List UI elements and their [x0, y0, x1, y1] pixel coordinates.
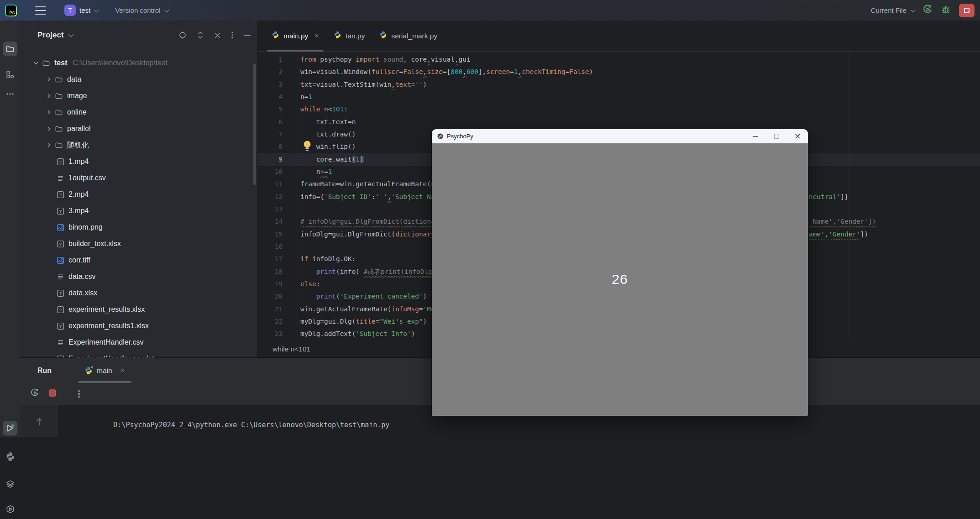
project-panel-title[interactable]: Project [37, 31, 64, 40]
tree-item-file[interactable]: ?experiment_results1.xlsx [20, 318, 257, 334]
line-number[interactable]: 14 [258, 215, 283, 228]
close-icon[interactable]: ✕ [314, 32, 319, 39]
tree-item-file[interactable]: ?ExperimentHandler.psydat [20, 351, 257, 357]
line-number[interactable]: 20 [258, 290, 283, 303]
tab-label: main.py [283, 32, 308, 40]
python-packages-toolwindow-button[interactable] [3, 449, 17, 464]
hide-panel-icon[interactable] [244, 34, 251, 36]
line-number[interactable]: 3 [258, 79, 283, 91]
run-button[interactable] [922, 5, 933, 16]
python-icon [379, 31, 387, 39]
run-tab-main[interactable]: main ✕ [82, 358, 128, 383]
psychopy-window[interactable]: PsychoPy 26 [432, 129, 808, 416]
tree-item-file[interactable]: 1output.csv [20, 170, 257, 186]
tree-item-file[interactable]: ?2.mp4 [20, 186, 257, 203]
run-panel-title: Run [37, 367, 52, 375]
line-number[interactable]: 1 [258, 53, 283, 66]
run-config-selector[interactable]: Current File [871, 6, 914, 14]
expand-all-icon[interactable] [197, 31, 204, 39]
line-number[interactable]: 16 [258, 241, 283, 253]
debug-button[interactable] [941, 5, 951, 16]
close-icon[interactable]: ✕ [120, 367, 125, 374]
line-number[interactable]: 5 [258, 103, 283, 115]
console-gutter [20, 405, 58, 437]
project-toolwindow-button[interactable] [3, 42, 17, 56]
close-button[interactable] [787, 129, 808, 143]
tree-item-file[interactable]: ?data.xlsx [20, 285, 257, 301]
line-number[interactable]: 21 [258, 303, 283, 315]
collapse-all-icon[interactable] [214, 32, 221, 39]
chevron-down-icon [33, 60, 39, 66]
editor-tab-tan.py[interactable]: tan.py [326, 21, 372, 51]
maximize-button[interactable] [766, 129, 787, 143]
tree-item-folder[interactable]: image [20, 88, 257, 104]
tree-item-file[interactable]: ?1.mp4 [20, 153, 257, 170]
python-icon [334, 31, 341, 41]
chevron-right-icon[interactable] [44, 126, 54, 132]
unknown-file-icon: ? [57, 355, 64, 358]
stop-button[interactable] [959, 4, 975, 17]
tree-item-file[interactable]: ExperimentHandler.csv [20, 334, 257, 351]
line-number[interactable]: 4 [258, 91, 283, 103]
line-number[interactable]: 19 [258, 278, 283, 290]
tree-item-file[interactable]: data.csv [20, 268, 257, 285]
tree-item-folder[interactable]: parallel [20, 121, 257, 137]
line-number[interactable]: 13 [258, 203, 283, 215]
python-console-toolwindow-button[interactable] [3, 502, 17, 516]
line-number[interactable]: 23 [258, 328, 283, 340]
services-toolwindow-button[interactable] [3, 477, 17, 491]
line-number[interactable]: 12 [258, 191, 283, 203]
vcs-widget[interactable]: Version control [115, 6, 168, 14]
editor-tab-serial_mark.py[interactable]: serial_mark.py [372, 21, 445, 51]
line-number[interactable]: 17 [258, 253, 283, 265]
line-number[interactable]: 11 [258, 178, 283, 190]
structure-toolwindow-button[interactable] [3, 67, 17, 82]
psychopy-titlebar[interactable]: PsychoPy [432, 129, 808, 143]
chevron-right-icon[interactable] [44, 76, 54, 83]
line-number[interactable]: 22 [258, 315, 283, 328]
line-number-gutter[interactable]: 1234567891011121314151617181920212223242… [258, 53, 298, 341]
tree-item-folder[interactable]: online [20, 104, 257, 121]
tree-item-root[interactable]: testC:\Users\lenovo\Desktop\test [20, 55, 257, 71]
svg-text:?: ? [59, 291, 62, 296]
scroll-to-top-icon[interactable] [35, 417, 43, 427]
svg-text:?: ? [59, 209, 62, 214]
stop-process-button[interactable] [48, 389, 57, 399]
line-number[interactable]: 7 [258, 128, 283, 141]
line-number[interactable]: 24 [258, 341, 283, 341]
project-panel: Project testC:\Users\lenovo\Desktop\test… [20, 21, 258, 357]
main-menu-button[interactable] [35, 6, 46, 15]
tree-item-file[interactable]: ?experiment_results.xlsx [20, 301, 257, 318]
line-number[interactable]: 18 [258, 266, 283, 278]
chevron-right-icon[interactable] [44, 142, 54, 148]
tree-item-file[interactable]: binom.png [20, 219, 257, 236]
line-number[interactable]: 8 [258, 141, 283, 153]
run-options-kebab[interactable] [75, 390, 83, 398]
tree-item-file[interactable]: ?3.mp4 [20, 203, 257, 219]
editor-tab-main.py[interactable]: main.py✕ [264, 21, 326, 51]
rerun-button[interactable] [30, 388, 39, 399]
chevron-right-icon[interactable] [44, 109, 54, 115]
tree-item-file[interactable]: ?builder_text.xlsx [20, 236, 257, 252]
more-toolwindows-button[interactable] [3, 87, 17, 101]
scope-hint-text[interactable]: while n<101 [273, 345, 310, 353]
intention-lightbulb-icon[interactable] [302, 140, 312, 152]
tree-item-label: ExperimentHandler.psydat [68, 355, 154, 357]
chevron-down-icon[interactable] [31, 60, 41, 66]
line-number[interactable]: 6 [258, 116, 283, 128]
vcs-label: Version control [115, 6, 160, 14]
tree-item-file[interactable]: corr.tiff [20, 252, 257, 268]
chevron-right-icon[interactable] [44, 93, 54, 99]
run-toolwindow-button[interactable] [3, 421, 17, 435]
tree-item-folder[interactable]: data [20, 71, 257, 88]
options-kebab-icon[interactable] [231, 31, 234, 39]
minimize-button[interactable] [745, 129, 766, 143]
line-number[interactable]: 2 [258, 66, 283, 78]
project-scrollbar[interactable] [253, 64, 256, 185]
line-number[interactable]: 15 [258, 228, 283, 241]
line-number[interactable]: 9 [258, 153, 283, 166]
locate-file-icon[interactable] [178, 31, 187, 39]
project-widget[interactable]: T test [64, 5, 98, 16]
tree-item-folder[interactable]: 随机化 [20, 137, 257, 153]
line-number[interactable]: 10 [258, 166, 283, 178]
